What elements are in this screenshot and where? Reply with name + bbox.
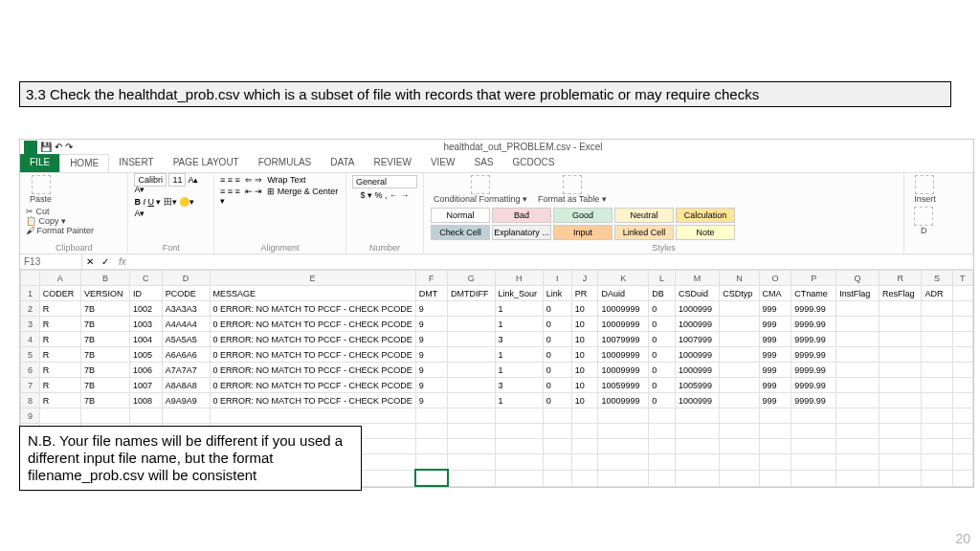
wrap-text-button[interactable]: Wrap Text (267, 175, 305, 185)
tab-data[interactable]: DATA (321, 154, 364, 172)
cell-styles[interactable]: NormalBadGoodNeutralCalculationCheck Cel… (430, 207, 736, 241)
formula-bar[interactable] (132, 255, 973, 268)
undo-icon[interactable]: ↶ (55, 142, 62, 152)
tab-insert[interactable]: INSERT (109, 154, 164, 172)
delete-button[interactable]: D (910, 207, 937, 235)
paste-button[interactable]: Paste (26, 175, 56, 204)
tab-sas[interactable]: SAS (464, 154, 502, 172)
tab-page-layout[interactable]: PAGE LAYOUT (164, 154, 249, 172)
merge-button[interactable]: Merge & Center ▾ (220, 187, 338, 206)
excel-icon (24, 141, 37, 154)
conditional-formatting-button[interactable]: Conditional Formatting ▾ (430, 175, 531, 204)
quick-access-toolbar[interactable]: 💾 ↶ ↷ (20, 141, 73, 154)
number-format[interactable]: General (352, 175, 417, 188)
tab-file[interactable]: FILE (20, 154, 59, 172)
format-painter-button[interactable]: 🖌 Format Painter (26, 226, 94, 235)
ribbon-tabs: FILEHOMEINSERTPAGE LAYOUTFORMULASDATAREV… (20, 154, 973, 173)
redo-icon[interactable]: ↷ (65, 142, 73, 152)
name-box[interactable]: F13 (20, 254, 82, 269)
tab-formulas[interactable]: FORMULAS (249, 154, 322, 172)
copy-button[interactable]: 📋 Copy ▾ (26, 216, 94, 226)
font-size[interactable]: 11 (168, 173, 186, 187)
insert-button[interactable]: Insert (910, 175, 940, 204)
format-as-table-button[interactable]: Format as Table ▾ (534, 175, 611, 204)
callout-heading: 3.3 Check the healthdat_prob.csv which i… (19, 81, 951, 107)
page-number: 20 (955, 531, 970, 546)
tab-view[interactable]: VIEW (421, 154, 465, 172)
window-title: healthdat_out_PROBLEM.csv - Excel (73, 142, 973, 152)
fx-icon[interactable]: fx (113, 254, 132, 269)
save-icon[interactable]: 💾 (40, 142, 52, 152)
cut-button[interactable]: ✂ Cut (26, 207, 94, 216)
callout-note: N.B. Your file names will be different i… (19, 426, 362, 491)
tab-gcdocs[interactable]: GCDOCS (503, 154, 565, 172)
tab-review[interactable]: REVIEW (364, 154, 420, 172)
tab-home[interactable]: HOME (59, 154, 109, 172)
ribbon: Paste ✂ Cut 📋 Copy ▾ 🖌 Format Painter Cl… (20, 173, 973, 254)
